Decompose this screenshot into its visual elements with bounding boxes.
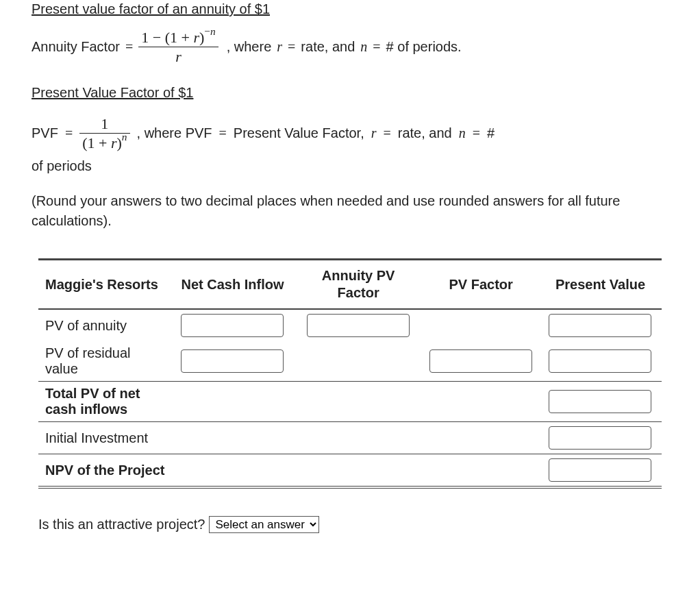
label-initial-investment: Initial Investment <box>38 422 171 454</box>
annuity-lhs: Annuity Factor <box>32 39 120 55</box>
input-annuity-pv[interactable] <box>549 314 651 337</box>
pvf-lhs: PVF <box>32 125 58 141</box>
th-pvfactor: PV Factor <box>423 260 539 310</box>
pvf-formula: PVF = 1 (1 + r)n , where PVF = Present V… <box>32 115 668 152</box>
section-title-pvf: Present Value Factor of $1 <box>32 85 193 100</box>
row-pv-annuity: PV of annuity <box>38 309 662 341</box>
th-netcash: Net Cash Inflow <box>171 260 294 310</box>
th-pv: Present Value <box>539 260 662 310</box>
annuity-factor-formula: Annuity Factor = 1 − (1 + r)−n r , where… <box>32 29 668 66</box>
input-total-pv[interactable] <box>549 390 651 413</box>
input-npv[interactable] <box>549 458 651 482</box>
input-initial-investment[interactable] <box>549 426 651 450</box>
table-header-row: Maggie's Resorts Net Cash Inflow Annuity… <box>38 260 662 310</box>
th-annuitypv: Annuity PV Factor <box>294 260 423 310</box>
attractive-question: Is this an attractive project? <box>38 517 205 532</box>
section-title-annuity: Present value factor of an annuity of $1 <box>32 1 270 16</box>
row-total-pv: Total PV of net cash inflows <box>38 382 662 422</box>
row-initial-investment: Initial Investment <box>38 422 662 454</box>
input-residual-netcash[interactable] <box>181 349 284 373</box>
th-company: Maggie's Resorts <box>38 260 171 310</box>
npv-table: Maggie's Resorts Net Cash Inflow Annuity… <box>38 258 662 489</box>
label-npv: NPV of the Project <box>38 454 171 488</box>
round-note: (Round your answers to two decimal place… <box>32 191 668 231</box>
input-residual-pv[interactable] <box>549 349 651 373</box>
attractive-answer-select[interactable]: Select an answer <box>209 516 319 533</box>
pvf-fraction: 1 (1 + r)n <box>79 115 129 152</box>
label-total-pv: Total PV of net cash inflows <box>38 382 171 422</box>
annuity-fraction: 1 − (1 + r)−n r <box>138 29 218 66</box>
input-annuity-pvfactor[interactable] <box>307 314 410 337</box>
label-pv-annuity: PV of annuity <box>38 309 171 341</box>
input-residual-pvfactor[interactable] <box>429 349 532 373</box>
label-pv-residual: PV of residual value <box>38 341 171 382</box>
row-npv: NPV of the Project <box>38 454 662 488</box>
of-periods-cont: of periods <box>32 156 668 176</box>
row-pv-residual: PV of residual value <box>38 341 662 382</box>
input-annuity-netcash[interactable] <box>181 314 284 337</box>
